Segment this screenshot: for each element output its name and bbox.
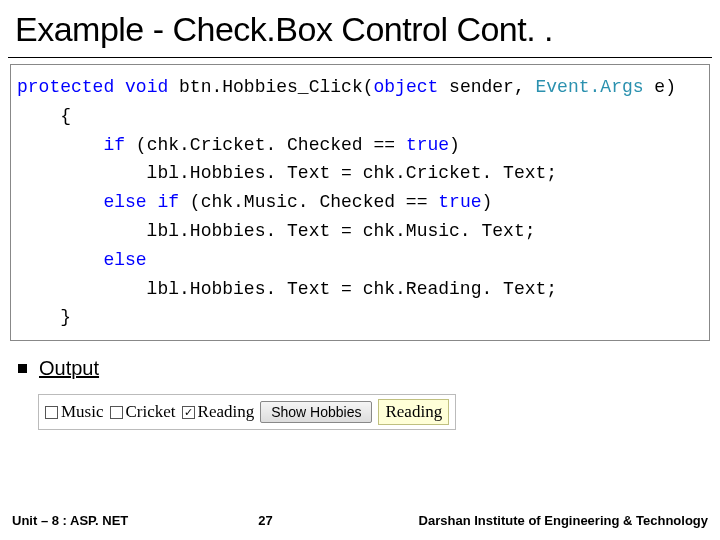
slide-footer: Unit – 8 : ASP. NET 27 Darshan Institute… xyxy=(0,513,720,528)
output-demo: Music Cricket ✓ Reading Show Hobbies Rea… xyxy=(38,394,456,430)
kw-protected: protected xyxy=(17,77,114,97)
checkbox-icon xyxy=(45,406,58,419)
checkbox-reading[interactable]: ✓ Reading xyxy=(182,402,255,422)
checkbox-label: Reading xyxy=(198,402,255,422)
kw-true: true xyxy=(406,135,449,155)
show-hobbies-button[interactable]: Show Hobbies xyxy=(260,401,372,423)
code-stmt: lbl.Hobbies. Text = chk.Music. Text; xyxy=(17,217,703,246)
checkbox-label: Music xyxy=(61,402,104,422)
code-text: sender, xyxy=(438,77,535,97)
slide-title: Example - Check.Box Control Cont. . xyxy=(0,0,720,57)
code-brace: } xyxy=(17,303,703,332)
code-text: (chk.Cricket. Checked == xyxy=(125,135,406,155)
code-text: btn.Hobbies_Click( xyxy=(168,77,373,97)
kw-elseif: else if xyxy=(17,192,179,212)
code-text: ) xyxy=(449,135,460,155)
kw-if: if xyxy=(17,135,125,155)
footer-institute: Darshan Institute of Engineering & Techn… xyxy=(419,513,708,528)
checkbox-music[interactable]: Music xyxy=(45,402,104,422)
type-eventargs: Event.Args xyxy=(536,77,644,97)
kw-else: else xyxy=(17,246,703,275)
checkbox-label: Cricket xyxy=(126,402,176,422)
code-block: protected void btn.Hobbies_Click(object … xyxy=(10,64,710,341)
output-label: Output xyxy=(39,357,99,380)
code-text: e) xyxy=(644,77,676,97)
code-text: ) xyxy=(482,192,493,212)
code-stmt: lbl.Hobbies. Text = chk.Reading. Text; xyxy=(17,275,703,304)
bullet-icon xyxy=(18,364,27,373)
code-text: (chk.Music. Checked == xyxy=(179,192,438,212)
kw-true: true xyxy=(438,192,481,212)
title-divider xyxy=(8,57,712,58)
footer-page-number: 27 xyxy=(258,513,272,528)
kw-void: void xyxy=(125,77,168,97)
checkbox-cricket[interactable]: Cricket xyxy=(110,402,176,422)
output-heading: Output xyxy=(18,357,702,380)
kw-object: object xyxy=(373,77,438,97)
result-label: Reading xyxy=(378,399,449,425)
code-stmt: lbl.Hobbies. Text = chk.Cricket. Text; xyxy=(17,159,703,188)
checkbox-icon xyxy=(110,406,123,419)
footer-unit: Unit – 8 : ASP. NET xyxy=(12,513,128,528)
checkbox-checked-icon: ✓ xyxy=(182,406,195,419)
code-brace: { xyxy=(17,102,703,131)
